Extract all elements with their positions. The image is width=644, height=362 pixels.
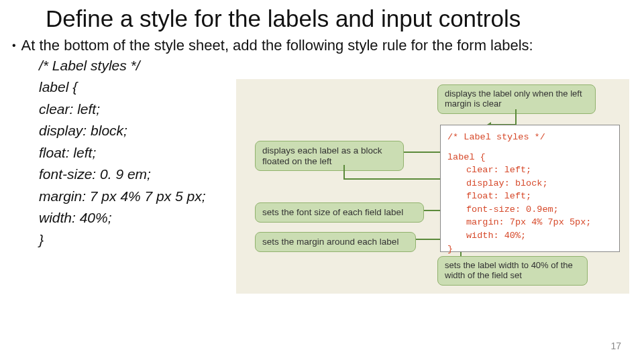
slide: Define a style for the labels and input … bbox=[0, 0, 644, 362]
code-prop: width: 40%; bbox=[447, 229, 612, 243]
bullet-line: • At the bottom of the style sheet, add … bbox=[12, 36, 632, 55]
callout-clear-left: displays the label only when the left ma… bbox=[437, 84, 596, 114]
code-prop: float: left; bbox=[447, 190, 612, 203]
connector-arrow-icon bbox=[343, 178, 448, 180]
callout-block-float: displays each label as a block floated o… bbox=[255, 141, 404, 171]
connector-line-icon bbox=[343, 165, 345, 178]
slide-title: Define a style for the labels and input … bbox=[0, 0, 644, 32]
page-number: 17 bbox=[610, 341, 621, 351]
callout-margin: sets the margin around each label bbox=[255, 232, 416, 252]
code-comment: /* Label styles */ bbox=[447, 131, 612, 144]
code-prop: clear: left; bbox=[447, 164, 612, 177]
bullet-text: At the bottom of the style sheet, add th… bbox=[21, 36, 533, 55]
callout-font-size: sets the font size of each field label bbox=[255, 202, 424, 223]
code-prop: font-size: 0.9em; bbox=[447, 203, 612, 217]
code-box: /* Label styles */ label { clear: left; … bbox=[440, 125, 620, 252]
code-blank-line bbox=[447, 144, 612, 151]
callout-width: sets the label width to 40% of the width… bbox=[437, 256, 588, 286]
code-selector: label { bbox=[447, 151, 612, 164]
bullet-dot-icon: • bbox=[12, 39, 16, 52]
code-end: } bbox=[447, 243, 612, 256]
code-line: /* Label styles */ bbox=[39, 55, 632, 77]
annotated-diagram: displays the label only when the left ma… bbox=[236, 79, 629, 294]
connector-line-icon bbox=[515, 109, 517, 124]
code-prop: display: block; bbox=[447, 177, 612, 190]
code-prop: margin: 7px 4% 7px 5px; bbox=[447, 216, 612, 229]
